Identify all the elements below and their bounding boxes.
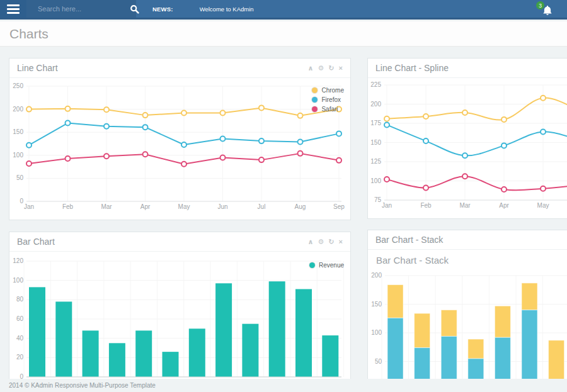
svg-text:150: 150 (370, 139, 381, 146)
svg-text:Feb: Feb (62, 203, 74, 210)
footer-copyright: 2014 © KAdmin Responsive Multi-Purpose T… (9, 382, 156, 389)
legend-label: Safari (321, 106, 338, 113)
collapse-icon[interactable]: ∧ (308, 65, 314, 72)
svg-text:75: 75 (374, 196, 382, 203)
svg-text:100: 100 (370, 177, 381, 184)
notifications-button[interactable]: 3 (539, 3, 554, 18)
panel-line-chart: Line Chart ∧ ⚙ ↻ × JanFebMarAprMayJunJul… (9, 58, 351, 220)
panel-body: Bar Chart - Stack 050100150200 (368, 250, 567, 391)
svg-text:Sep: Sep (333, 203, 345, 210)
svg-text:Mar: Mar (101, 203, 112, 210)
svg-text:150: 150 (371, 301, 382, 308)
svg-text:Jun: Jun (217, 203, 227, 210)
svg-text:200: 200 (13, 106, 23, 113)
panel-body: 020406080100120 Revenue (9, 252, 350, 389)
panel-header: Bar Chart - Stack ∧ ⚙ ↻ × (368, 230, 567, 250)
svg-text:Mar: Mar (459, 202, 471, 209)
footer: 2014 © KAdmin Responsive Multi-Purpose T… (0, 379, 567, 392)
svg-text:Jul: Jul (258, 203, 266, 210)
panel-header: Line Chart ∧ ⚙ ↻ × (9, 59, 350, 78)
svg-text:175: 175 (370, 120, 381, 126)
notification-badge: 3 (536, 1, 544, 9)
panel-header: Line Chart - Spline ∧ ⚙ ↻ × (368, 59, 567, 78)
svg-text:200: 200 (371, 272, 382, 279)
legend-item: Chrome (312, 87, 344, 94)
panel-body: JanFebMarAprMayJun75100125150175200225 (368, 78, 567, 219)
search-button[interactable] (127, 4, 147, 14)
panel-title: Bar Chart - Stack (375, 235, 443, 245)
svg-text:0: 0 (20, 198, 23, 204)
legend-label: Revenue (319, 262, 344, 269)
panel-bar-chart: Bar Chart ∧ ⚙ ↻ × 020406080100120 Revenu… (9, 232, 351, 389)
panel-stacked-bar-chart: Bar Chart - Stack ∧ ⚙ ↻ × Bar Chart - St… (367, 230, 567, 389)
legend-dot (312, 97, 318, 103)
panel-title: Bar Chart (17, 237, 55, 247)
legend-label: Chrome (321, 87, 344, 94)
svg-text:Jan: Jan (24, 203, 34, 210)
chart-inner-title: Bar Chart - Stack (368, 250, 567, 267)
legend-dot (312, 106, 318, 112)
legend-item: Safari (312, 106, 344, 113)
news-ticker-text: Welcome to KAdmin (200, 6, 254, 13)
close-icon[interactable]: × (339, 238, 343, 245)
svg-text:100: 100 (371, 329, 382, 336)
svg-text:Feb: Feb (420, 202, 432, 209)
search-input[interactable] (26, 0, 127, 18)
page-title: Charts (9, 26, 49, 42)
svg-text:Apr: Apr (499, 202, 509, 209)
hamburger-menu-button[interactable] (0, 0, 26, 18)
search-box (26, 0, 136, 18)
svg-text:125: 125 (370, 158, 381, 165)
svg-text:120: 120 (13, 257, 23, 264)
svg-text:150: 150 (13, 128, 23, 135)
legend-dot (312, 87, 318, 93)
bar-chart: 020406080100120 (9, 252, 350, 389)
svg-text:250: 250 (13, 82, 23, 89)
svg-text:20: 20 (16, 354, 24, 361)
collapse-icon[interactable]: ∧ (308, 238, 314, 245)
close-icon[interactable]: × (339, 65, 343, 72)
panel-title: Line Chart (17, 63, 58, 73)
panel-header: Bar Chart ∧ ⚙ ↻ × (9, 232, 350, 252)
bar-chart-legend: Revenue (309, 262, 344, 269)
search-icon (130, 4, 139, 14)
svg-text:May: May (537, 202, 549, 209)
legend-label: Firefox (321, 96, 341, 103)
navbar: NEWS: Welcome to KAdmin 3 (0, 0, 567, 20)
svg-text:50: 50 (16, 174, 24, 181)
svg-text:Apr: Apr (140, 203, 151, 210)
legend-item: Firefox (312, 96, 344, 103)
svg-text:200: 200 (370, 101, 381, 108)
spline-chart: JanFebMarAprMayJun75100125150175200225 (368, 78, 567, 219)
hamburger-icon (7, 4, 20, 6)
panel-tools: ∧ ⚙ ↻ × (308, 238, 343, 245)
svg-text:60: 60 (16, 315, 24, 322)
stacked-bar-chart: 050100150200 (368, 267, 567, 391)
svg-text:40: 40 (16, 335, 24, 342)
svg-text:100: 100 (13, 152, 23, 159)
line-chart-legend: ChromeFirefoxSafari (312, 87, 344, 113)
svg-text:May: May (178, 203, 190, 210)
svg-text:80: 80 (16, 296, 24, 303)
panel-title: Line Chart - Spline (375, 63, 449, 73)
panel-spline-chart: Line Chart - Spline ∧ ⚙ ↻ × JanFebMarApr… (367, 58, 567, 219)
svg-text:Aug: Aug (295, 203, 306, 210)
gear-icon[interactable]: ⚙ (318, 65, 324, 72)
gear-icon[interactable]: ⚙ (318, 238, 324, 245)
page-heading: Charts (0, 21, 567, 47)
legend-dot (309, 262, 315, 268)
panel-tools: ∧ ⚙ ↻ × (308, 65, 343, 72)
panel-body: JanFebMarAprMayJunJulAugSep0501001502002… (9, 78, 350, 220)
svg-text:50: 50 (375, 358, 382, 365)
news-label: NEWS: (152, 6, 173, 13)
svg-text:Jan: Jan (382, 202, 392, 209)
svg-text:225: 225 (370, 81, 381, 88)
line-chart: JanFebMarAprMayJunJulAugSep0501001502002… (9, 78, 350, 220)
refresh-icon[interactable]: ↻ (328, 238, 334, 245)
refresh-icon[interactable]: ↻ (328, 65, 334, 72)
legend-item: Revenue (309, 262, 344, 269)
svg-text:100: 100 (13, 277, 23, 284)
